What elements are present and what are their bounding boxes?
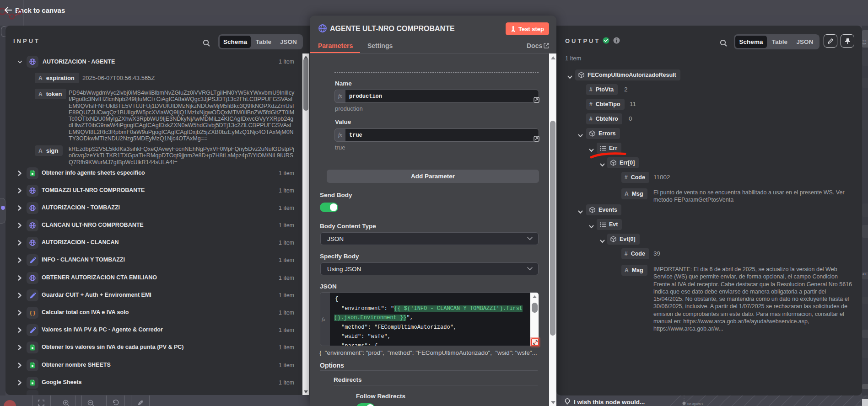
svg-text:No aplica:1: No aplica:1 (687, 402, 703, 406)
